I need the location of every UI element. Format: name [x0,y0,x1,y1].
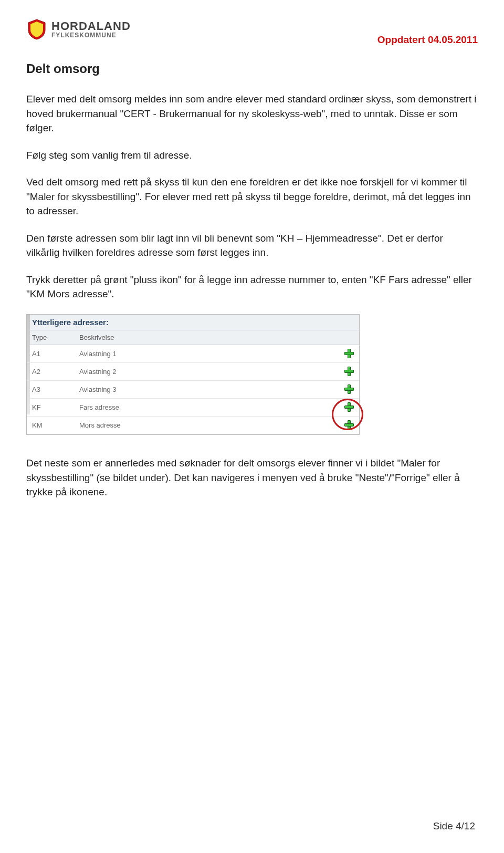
page-title: Delt omsorg [26,61,478,76]
cell-desc: Avlastning 3 [74,386,338,393]
org-subname: FYLKESKOMMUNE [51,32,131,38]
cell-type: A1 [27,350,74,358]
table-row: KF Fars adresse [27,399,359,417]
paragraph: Det neste som er annerledes med søknader… [26,456,478,500]
table-row: A1 Avlastning 1 [27,345,359,363]
paragraph: Følg steg som vanlig frem til adresse. [26,148,478,163]
org-logo: HORDALAND FYLKESKOMMUNE [26,18,131,40]
cell-type: KM [27,421,74,429]
plus-icon[interactable] [344,420,353,429]
plus-icon[interactable] [344,384,353,393]
plus-icon[interactable] [344,349,353,357]
column-header-type: Type [27,330,74,345]
shield-icon [26,18,47,40]
table-row: KM Mors adresse [27,417,359,434]
paragraph: Elever med delt omsorg meldes inn som an… [26,92,478,136]
cell-desc: Avlastning 2 [74,368,338,376]
cell-type: A3 [27,386,74,393]
cell-desc: Avlastning 1 [74,350,338,358]
org-name: HORDALAND [51,20,131,32]
updated-date: Oppdatert 04.05.2011 [377,34,478,46]
cell-type: A2 [27,368,74,376]
page-number: Side 4/12 [433,820,475,832]
plus-icon[interactable] [344,367,353,375]
table-row: A2 Avlastning 2 [27,363,359,381]
plus-icon[interactable] [344,402,353,411]
table-row: A3 Avlastning 3 [27,381,359,399]
address-type-table: Ytterligere adresser: Type Beskrivelse A… [26,314,360,435]
cell-desc: Fars adresse [74,403,338,411]
cell-type: KF [27,403,74,411]
column-header-desc: Beskrivelse [74,330,359,345]
paragraph: Ved delt omsorg med rett på skyss til ku… [26,175,478,219]
paragraph: Den første adressen som blir lagt inn vi… [26,231,478,260]
paragraph: Trykk deretter på grønt "pluss ikon" for… [26,273,478,301]
panel-title: Ytterligere adresser: [27,315,359,330]
cell-desc: Mors adresse [74,421,338,429]
